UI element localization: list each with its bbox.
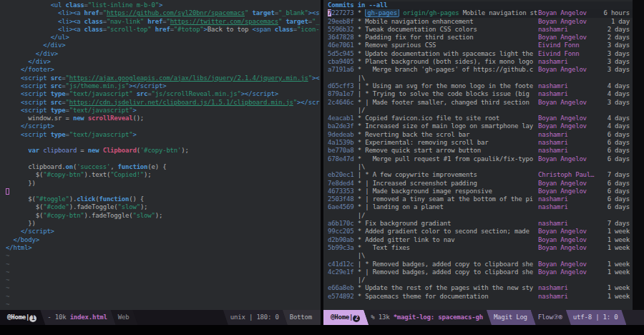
code-line[interactable]: var clipboard = new Clipboard('#copy-btn… [6,147,321,155]
code-line[interactable]: $("#copy-btn").fadeToggle("slow"); [6,212,321,220]
code-line[interactable]: ~ [6,301,321,309]
code-line[interactable]: <script src="https://ajax.googleapis.com… [6,74,321,82]
commit-row[interactable]: d2b90ab * Added gitter link to navBoyan … [328,236,633,244]
commit-date: 6 days [598,147,630,155]
code-line[interactable]: <script type="text/javascript" src="js/s… [6,90,321,98]
commit-row[interactable]: 4673353 * | Made background image respon… [328,188,633,195]
modeline-right: @Home|2 % 13k *magit-log: spacemacs-gh M… [323,310,644,325]
commit-summary: 4a1539b * Experimental: removing scroll … [328,139,538,147]
commit-date: 6 days [598,188,630,195]
commit-row[interactable]: 6ae4569 * | landing on a planetnashamri6… [328,203,633,211]
code-line[interactable]: clipboard.on('success', function(e) { [6,163,321,171]
branch-label-remote[interactable]: origin/gh-pages [403,9,459,16]
code-line[interactable]: <script src="https://cdn.jsdelivr.net/cl… [6,99,321,107]
commit-date: 3 days [598,42,630,49]
code-line[interactable] [6,155,321,163]
commit-row[interactable]: 5d5c945 * Update documentation with spac… [328,50,633,58]
commit-row[interactable]: 5596b32 * Tweak documentation CSS colors… [328,26,633,34]
graph-row: |/ [328,276,633,284]
code-line[interactable]: $("#code").fadeToggle("slow"); [6,203,321,211]
scrollbar[interactable] [633,0,644,310]
commit-row[interactable]: c41d12c | * Removed badges, added copy t… [328,261,633,268]
commit-row[interactable]: a7191a6 * Merge branch 'gh-pages' of htt… [328,66,633,74]
code-line[interactable]: ~ [6,252,321,260]
buffer-info-segment: % 13k *magit-log: spacemacs-gh [364,310,492,325]
commit-date: 1 week [598,236,630,244]
commit-row[interactable]: 9dedeab * Reverting back the scrol barna… [328,131,633,139]
commit-author: Boyan Angelov [538,261,598,268]
commit-row[interactable]: 5b99c3a * Text fixesBoyan Angelov1 week [328,244,633,252]
major-mode-segment[interactable]: Magit Log [487,310,536,325]
code-line[interactable] [6,188,321,195]
modeline-spacer [626,310,644,325]
code-line[interactable]: </body> [6,236,321,244]
commit-summary: cba9405 * Planet background (both sides)… [328,58,538,66]
commit-row[interactable]: a6b170c * Fix background gradiantnashamr… [328,220,633,228]
magit-log-title[interactable]: Commits in --all [328,1,633,9]
commit-row[interactable]: 46e7061 * Remove spurious CSSEivind Fonn… [328,42,633,49]
commit-row[interactable]: 678e47d * Merge pull request #1 from cpa… [328,155,633,163]
code-line[interactable]: </html> [6,244,321,252]
code-line[interactable]: <script src="js/theme.min.js"></script> [6,82,321,90]
code-line[interactable] [6,139,321,147]
commit-author: nashamri [538,82,598,90]
commit-row[interactable]: 29eeb8f * Mobile navigation enhancementB… [328,18,633,26]
code-line[interactable]: <li><a class="nav-link" href="https://tw… [6,18,321,26]
commit-row[interactable]: 4c29e1f * | Removed badges, added copy t… [328,268,633,276]
code-line[interactable]: </div> [6,50,321,58]
code-line[interactable]: </script> [6,228,321,236]
window-id-segment: @Home|2 [323,310,369,325]
commit-author: nashamri [538,293,598,301]
branch-label-local[interactable]: gh-pages [365,9,399,17]
commit-row[interactable]: ba2de3f * Increased size of main logo on… [328,122,633,130]
commit-row[interactable]: 3647828 * Padding fix for third sectionB… [328,34,633,42]
commit-row[interactable]: 99cc205 * Added gradient color to second… [328,228,633,236]
commit-row[interactable]: e66a8eb * Update the rest of the pages w… [328,284,633,292]
commit-row[interactable]: d65cff3 | * Using an svg for the mono lo… [328,82,633,90]
commit-date: 3 days [598,58,630,66]
commit-row[interactable]: eb20ec1 | * A few copywrite improvements… [328,171,633,179]
commit-author: nashamri [538,284,598,292]
commit-row[interactable]: e574892 * Spacemacs theme for documentat… [328,293,633,301]
code-line[interactable]: <li><a class="scroll-top" href="#totop">… [6,26,321,34]
commit-row[interactable]: 7227273 * gh-pages origin/gh-pages Mobil… [328,9,633,17]
modeline-spacer [137,310,228,325]
code-line[interactable]: <script type="text/javascript"> [6,131,321,139]
commit-author: Boyan Angelov [538,99,598,107]
commit-summary: be770a8 * Remove quick start arrow butto… [328,147,538,155]
code-line[interactable]: $("#copy-btn").text("Copied!"); [6,171,321,179]
commit-date: 7 days [598,220,630,228]
commit-row[interactable]: cba9405 * Planet background (both sides)… [328,58,633,66]
commit-author: Boyan Angelov [538,268,598,276]
code-line[interactable]: </div> [6,42,321,49]
commit-row[interactable]: 7e8ded4 * | Increased screenshot padding… [328,180,633,188]
code-line[interactable]: </div> [6,58,321,66]
code-line[interactable]: <li><a href="https://github.com/syl20bnr… [6,9,321,17]
code-line[interactable]: <script type="text/javascript"> [6,107,321,115]
magit-log-buffer[interactable]: Commits in --all7227273 * gh-pages origi… [323,0,633,310]
commit-row[interactable]: 879a1e7 | * Trying to solve the code blo… [328,90,633,98]
code-line[interactable]: ~ [6,276,321,284]
code-line[interactable]: ~ [6,261,321,268]
code-line[interactable]: </footer> [6,66,321,74]
minor-modes-segment[interactable]: Flow⑦® [531,310,571,325]
code-line[interactable]: $("#toggle").click(function() { [6,195,321,203]
code-line[interactable]: <ul class="list-inline m-b-0"> [6,1,321,9]
code-line[interactable]: ~ [6,293,321,301]
commit-row[interactable]: 2503f48 * | removed a tiny seam at the b… [328,195,633,203]
code-line[interactable]: ~ [6,284,321,292]
code-line[interactable]: }) [6,220,321,228]
commit-row[interactable]: 4eacab1 * Copied favicon.ico file to sit… [328,115,633,122]
code-line[interactable]: window.sr = new scrollReveal(); [6,115,321,122]
commit-row[interactable]: 4a1539b * Experimental: removing scroll … [328,139,633,147]
code-line[interactable]: }) [6,180,321,188]
commit-row[interactable]: 2c4646c * | Made footer smaller, changed… [328,99,633,107]
echo-area[interactable] [0,325,644,335]
commit-summary: ba2de3f * Increased size of main logo on… [328,122,538,130]
code-line[interactable]: ~ [6,268,321,276]
code-buffer[interactable]: <ul class="list-inline m-b-0"> <li><a hr… [0,0,321,310]
commit-row[interactable]: be770a8 * Remove quick start arrow butto… [328,147,633,155]
commit-summary: 7227273 * gh-pages origin/gh-pages Mobil… [328,9,538,17]
code-line[interactable]: </ul> [6,34,321,42]
code-line[interactable]: </script> [6,122,321,130]
